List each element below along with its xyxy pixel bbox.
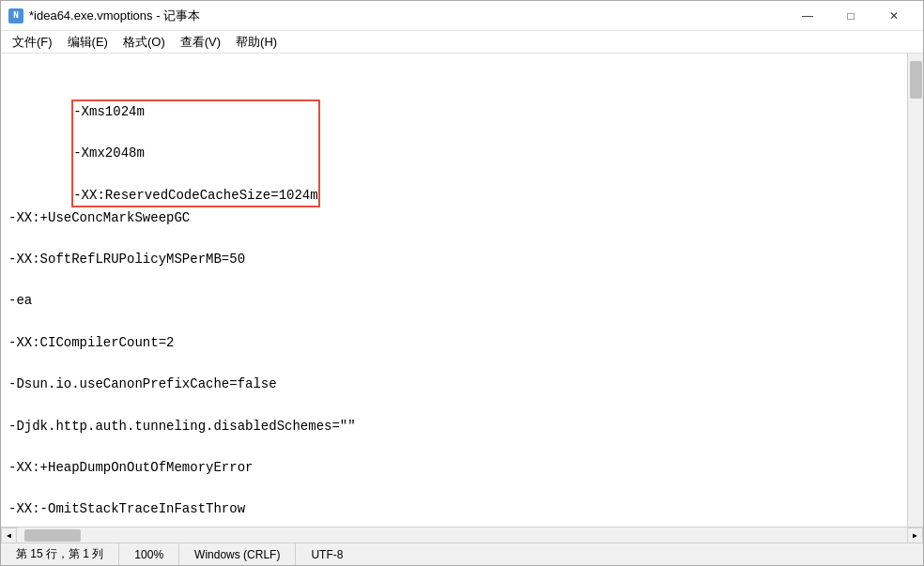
window-controls: — □ ✕	[786, 1, 916, 31]
menu-file[interactable]: 文件(F)	[5, 32, 60, 53]
title-bar-left: N *idea64.exe.vmoptions - 记事本	[8, 8, 200, 24]
title-bar: N *idea64.exe.vmoptions - 记事本 — □ ✕	[1, 1, 923, 31]
line-3: -XX:ReservedCodeCacheSize=1024m	[73, 185, 317, 206]
horizontal-scrollbar-thumb[interactable]	[24, 529, 81, 542]
line-2: -Xmx2048m	[73, 143, 317, 163]
line-9: -Djdk.http.auth.tunneling.disabledScheme…	[8, 416, 916, 436]
highlighted-region: -Xms1024m -Xmx2048m -XX:ReservedCodeCach…	[71, 99, 319, 207]
maximize-button[interactable]: □	[829, 1, 872, 31]
scroll-left-button[interactable]: ◀	[1, 528, 17, 543]
vertical-scrollbar-thumb[interactable]	[910, 61, 922, 99]
line-6: -ea	[8, 290, 916, 311]
status-encoding: UTF-8	[296, 543, 358, 565]
status-position: 第 15 行，第 1 列	[1, 543, 119, 565]
app-icon: N	[8, 8, 23, 23]
encoding: UTF-8	[311, 548, 343, 561]
line-10: -XX:+HeapDumpOnOutOfMemoryError	[8, 457, 916, 478]
close-button[interactable]: ✕	[872, 1, 916, 31]
line-5: -XX:SoftRefLRUPolicyMSPerMB=50	[8, 249, 916, 269]
menu-bar: 文件(F) 编辑(E) 格式(O) 查看(V) 帮助(H)	[1, 31, 923, 54]
horizontal-scrollbar-track[interactable]	[17, 528, 907, 543]
line-4: -XX:+UseConcMarkSweepGC	[8, 207, 916, 228]
menu-format[interactable]: 格式(O)	[116, 32, 173, 53]
vertical-scrollbar[interactable]	[907, 54, 923, 527]
line-ending: Windows (CRLF)	[194, 548, 280, 561]
text-editor[interactable]: -Xms1024m -Xmx2048m -XX:ReservedCodeCach…	[1, 54, 923, 527]
menu-view[interactable]: 查看(V)	[173, 32, 228, 53]
editor-content: -Xms1024m -Xmx2048m -XX:ReservedCodeCach…	[8, 57, 916, 527]
scroll-right-button[interactable]: ▶	[907, 528, 923, 543]
menu-help[interactable]: 帮助(H)	[228, 32, 285, 53]
line-7: -XX:CICompilerCount=2	[8, 332, 916, 353]
status-zoom: 100%	[119, 543, 179, 565]
window-title: *idea64.exe.vmoptions - 记事本	[29, 8, 200, 24]
status-bar: 第 15 行，第 1 列 100% Windows (CRLF) UTF-8	[1, 543, 923, 565]
menu-edit[interactable]: 编辑(E)	[60, 32, 116, 53]
horizontal-scrollbar[interactable]: ◀ ▶	[1, 527, 923, 543]
cursor-position: 第 15 行，第 1 列	[16, 546, 103, 562]
status-line-ending: Windows (CRLF)	[179, 543, 296, 565]
line-11: -XX:-OmitStackTraceInFastThrow	[8, 498, 916, 519]
content-area: -Xms1024m -Xmx2048m -XX:ReservedCodeCach…	[1, 54, 923, 543]
minimize-button[interactable]: —	[786, 1, 829, 31]
line-8: -Dsun.io.useCanonPrefixCache=false	[8, 374, 916, 394]
main-window: N *idea64.exe.vmoptions - 记事本 — □ ✕ 文件(F…	[0, 0, 924, 566]
zoom-level: 100%	[134, 548, 163, 561]
line-1: -Xms1024m	[73, 101, 317, 122]
